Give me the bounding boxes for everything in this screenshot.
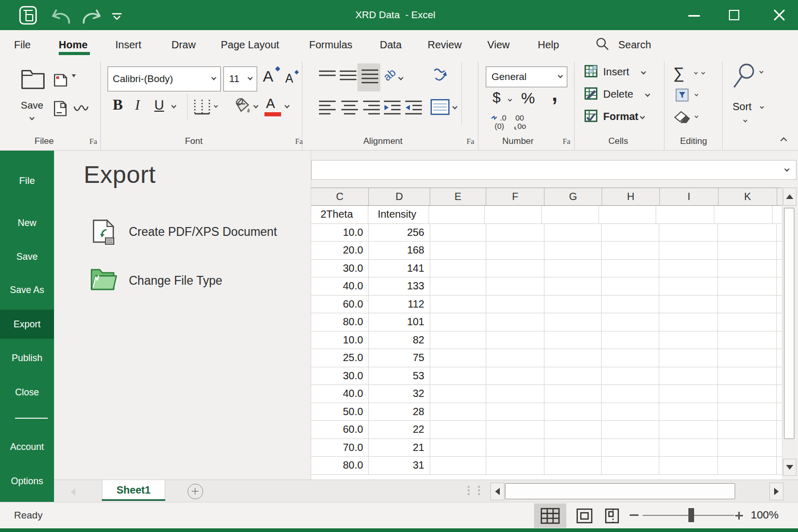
sheet-tab-sheet1[interactable]: Sheet1 (102, 480, 165, 501)
horizontal-scroll-thumb[interactable] (505, 483, 735, 499)
tab-page-layout[interactable]: Page Layout (221, 30, 279, 59)
vertical-scrollbar[interactable] (782, 188, 796, 476)
align-right-icon[interactable] (362, 100, 381, 116)
normal-view-button[interactable] (534, 503, 566, 528)
tab-help[interactable]: Help (538, 30, 559, 59)
delete-cells-chevron[interactable] (645, 92, 650, 97)
fill-filter-icon[interactable] (675, 88, 689, 102)
currency-button[interactable]: $ (493, 89, 501, 106)
font-size-combo[interactable]: 11 (223, 66, 257, 91)
save-dropdown-chevron[interactable] (30, 115, 35, 121)
tab-data[interactable]: Data (380, 30, 402, 59)
zoom-level[interactable]: 100% (751, 509, 779, 521)
underline-button[interactable]: U (154, 97, 164, 113)
decrease-decimal-icon[interactable]: 00 0o (513, 113, 534, 131)
paste-icon[interactable] (52, 73, 68, 87)
sort-label-chevron[interactable] (760, 105, 764, 109)
sort-icon-chevron[interactable] (760, 70, 764, 74)
column-headers[interactable]: CDEFGHIK (311, 188, 782, 206)
fill-color-chevron[interactable] (254, 103, 259, 109)
increase-decimal-icon[interactable]: .0 (0) (490, 113, 511, 131)
align-top-icon[interactable] (318, 70, 337, 82)
delete-cells-label[interactable]: Delete (603, 88, 633, 100)
formula-bar[interactable] (311, 160, 796, 180)
scroll-left-button[interactable] (490, 483, 504, 500)
borders-chevron[interactable] (214, 104, 218, 108)
insert-cells-label[interactable]: Insert (603, 66, 629, 78)
format-cells-label[interactable]: Format (603, 111, 639, 123)
tab-insert[interactable]: Insert (115, 30, 141, 59)
sidebar-item-options[interactable]: Options (0, 473, 54, 489)
sidebar-item-account[interactable]: Account (0, 439, 54, 455)
font-size-chevron[interactable] (248, 75, 253, 81)
shrink-font-button[interactable]: A (285, 72, 293, 86)
sort-label[interactable]: Sort (733, 101, 752, 113)
autosum-chevron-2[interactable] (701, 71, 705, 74)
grid-body[interactable]: 2Theta Intensity 10.0 256 20.0 168 30.0 … (311, 206, 782, 475)
orientation-button[interactable]: ab (381, 66, 398, 83)
font-color-chevron[interactable] (285, 103, 290, 109)
comma-button[interactable]: , (552, 82, 557, 105)
sidebar-item-save[interactable]: Save (0, 249, 54, 264)
wrap-text-icon[interactable] (432, 68, 450, 83)
decrease-indent-icon[interactable] (383, 100, 402, 116)
save-document-icon[interactable] (53, 100, 68, 117)
alignment-dialog-launcher[interactable]: Fa (467, 137, 474, 146)
font-dialog-launcher[interactable]: Fa (295, 137, 303, 146)
merge-center-icon[interactable] (430, 99, 450, 115)
font-name-combo[interactable]: Calibri-(Body) (108, 66, 221, 91)
search-label[interactable]: Search (618, 30, 651, 59)
number-format-chevron[interactable] (558, 73, 563, 78)
clear-chevron[interactable] (695, 114, 698, 118)
file-dialog-launcher[interactable]: Fa (89, 137, 97, 146)
scroll-down-button[interactable] (783, 459, 796, 476)
sidebar-item-export[interactable]: Export (0, 310, 54, 339)
align-left-icon[interactable] (318, 100, 337, 116)
scroll-right-button[interactable] (769, 483, 783, 500)
currency-chevron[interactable] (508, 98, 512, 102)
align-center-icon[interactable] (340, 100, 359, 116)
tab-split-grip[interactable] (468, 486, 470, 497)
sidebar-item-save-as[interactable]: Save As (0, 282, 54, 298)
create-pdf-xps-label[interactable]: Create PDF/XPS Document (129, 225, 277, 239)
maximize-button[interactable] (723, 0, 747, 30)
sheet-nav-arrow[interactable] (71, 488, 76, 494)
change-file-type-icon[interactable] (90, 268, 117, 290)
format-cells-icon[interactable] (584, 110, 597, 122)
fill-chevron[interactable] (695, 92, 698, 96)
close-button[interactable] (768, 0, 792, 30)
sort-bottom-chevron[interactable] (743, 118, 748, 123)
sidebar-item-publish[interactable]: Publish (0, 350, 54, 366)
tab-review[interactable]: Review (428, 30, 462, 59)
format-painter-icon[interactable] (73, 103, 89, 114)
orientation-chevron[interactable] (398, 75, 404, 81)
merge-center-chevron[interactable] (453, 104, 458, 110)
fill-color-icon[interactable] (233, 97, 251, 115)
page-layout-view-button[interactable] (570, 503, 598, 528)
zoom-slider-thumb[interactable] (688, 508, 694, 522)
italic-button[interactable]: I (135, 97, 140, 113)
font-name-chevron[interactable] (211, 75, 217, 81)
vertical-scroll-thumb[interactable] (784, 208, 794, 439)
change-file-type-label[interactable]: Change File Type (129, 274, 222, 288)
collapse-ribbon-icon[interactable] (780, 137, 787, 144)
paste-dropdown-caret[interactable] (72, 74, 76, 77)
align-middle-icon[interactable] (339, 70, 357, 82)
format-cells-chevron[interactable] (640, 114, 645, 119)
bold-button[interactable]: B (113, 96, 123, 113)
tab-formulas[interactable]: Formulas (309, 30, 352, 59)
sidebar-item-close[interactable]: Close (0, 384, 54, 400)
grow-font-button[interactable]: A (263, 68, 273, 85)
sidebar-item-file[interactable]: File (0, 173, 54, 189)
tab-view[interactable]: View (487, 30, 510, 59)
folder-open-icon[interactable] (21, 68, 45, 90)
tab-draw[interactable]: Draw (171, 30, 196, 59)
sort-find-icon[interactable] (730, 62, 759, 94)
number-dialog-launcher[interactable]: Fa (563, 137, 570, 146)
zoom-out-button[interactable] (630, 514, 639, 516)
align-bottom-icon[interactable] (361, 69, 379, 86)
percent-button[interactable]: % (521, 89, 535, 107)
scroll-up-button[interactable] (783, 188, 796, 206)
sidebar-item-new[interactable]: New (0, 215, 54, 231)
page-break-preview-button[interactable] (602, 503, 622, 528)
